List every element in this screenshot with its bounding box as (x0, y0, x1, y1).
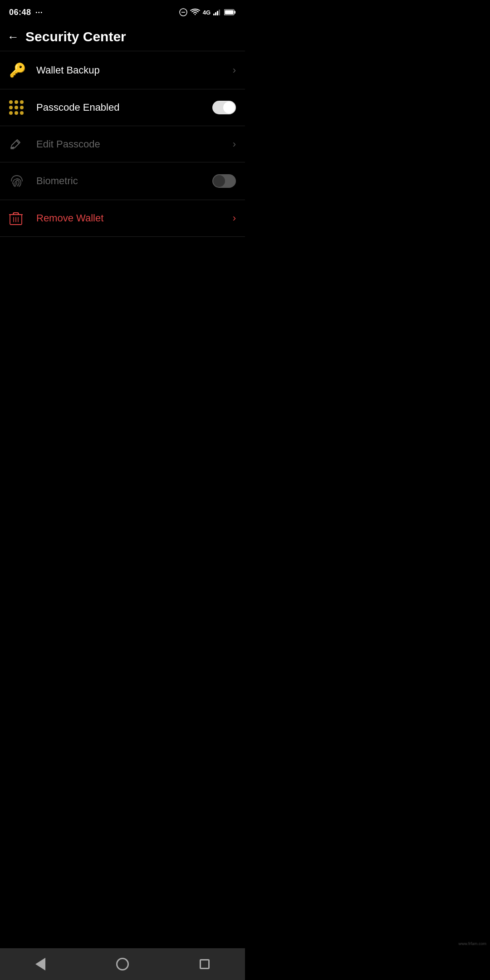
svg-rect-3 (215, 12, 216, 15)
remove-wallet-label: Remove Wallet (36, 212, 229, 224)
wallet-backup-chevron-icon: › (233, 64, 236, 76)
edit-passcode-item[interactable]: Edit Passcode › (0, 126, 245, 162)
menu-list: 🔑 Wallet Backup › Passcode Enabled (0, 51, 245, 237)
dnd-icon (179, 8, 187, 16)
battery-icon (224, 9, 236, 15)
svg-rect-2 (213, 14, 215, 15)
wallet-backup-label: Wallet Backup (36, 64, 229, 76)
biometric-toggle-knob (213, 175, 225, 187)
passcode-dots-icon (9, 100, 24, 115)
remove-wallet-chevron-icon: › (233, 212, 236, 224)
back-arrow-icon: ← (7, 30, 19, 44)
passcode-toggle[interactable] (212, 101, 236, 114)
pencil-icon (9, 138, 22, 151)
remove-wallet-item[interactable]: Remove Wallet › (0, 200, 245, 237)
status-bar: 06:48 ••• 4G (0, 0, 245, 23)
passcode-toggle-knob (223, 102, 235, 113)
passcode-enabled-label: Passcode Enabled (36, 102, 212, 113)
edit-passcode-label: Edit Passcode (36, 138, 229, 150)
4g-icon: 4G (203, 9, 211, 16)
svg-rect-8 (225, 10, 234, 15)
page-title: Security Center (25, 29, 126, 44)
biometric-toggle[interactable] (212, 174, 236, 188)
fingerprint-icon (9, 173, 24, 189)
header: ← Security Center (0, 23, 245, 51)
svg-rect-5 (219, 10, 220, 15)
status-left: 06:48 ••• (9, 8, 43, 17)
key-icon: 🔑 (9, 62, 26, 78)
status-right: 4G (179, 8, 236, 16)
dots-grid-container (9, 100, 32, 115)
status-dots: ••• (36, 10, 44, 15)
trash-icon (9, 211, 23, 225)
biometric-label: Biometric (36, 175, 212, 187)
edit-passcode-chevron-icon: › (233, 138, 236, 150)
passcode-enabled-item[interactable]: Passcode Enabled (0, 89, 245, 126)
wifi-icon (190, 9, 200, 16)
fingerprint-icon-container (9, 173, 32, 189)
back-button[interactable]: ← (7, 30, 19, 44)
signal-icon (213, 9, 221, 15)
trash-icon-container (9, 211, 32, 225)
pencil-icon-container (9, 138, 32, 151)
biometric-item[interactable]: Biometric (0, 162, 245, 200)
wallet-backup-item[interactable]: 🔑 Wallet Backup › (0, 51, 245, 89)
key-icon-container: 🔑 (9, 62, 32, 78)
svg-rect-7 (235, 11, 236, 14)
svg-rect-4 (217, 11, 218, 15)
status-time: 06:48 (9, 8, 31, 17)
